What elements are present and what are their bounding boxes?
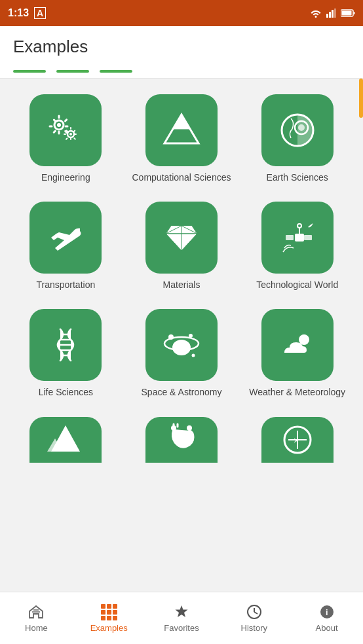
page-title: Examples — [13, 37, 350, 57]
food-icon-box: × — [261, 417, 334, 463]
globe-icon — [277, 109, 318, 151]
plane-icon — [45, 217, 86, 259]
svg-point-35 — [297, 224, 301, 228]
transportation-icon-box — [29, 202, 102, 274]
svg-line-61 — [254, 612, 258, 614]
space-astronomy-icon-box — [145, 309, 218, 381]
scrollbar[interactable] — [359, 79, 363, 118]
status-bar: 1:13 A — [0, 0, 363, 26]
status-right — [309, 9, 355, 18]
materials-icon-box — [145, 202, 218, 274]
svg-rect-6 — [354, 12, 355, 14]
computational-sciences-label: Computational Sciences — [132, 171, 231, 183]
grid-item-transportation[interactable]: Transportation — [10, 194, 121, 296]
svg-text:i: i — [326, 607, 328, 617]
technological-world-label: Technological World — [256, 279, 338, 291]
materials-label: Materials — [163, 279, 201, 291]
svg-point-44 — [189, 334, 193, 338]
nav-home[interactable]: Home — [0, 592, 73, 644]
svg-rect-33 — [304, 235, 312, 240]
svg-point-43 — [168, 334, 174, 340]
header: Examples — [0, 26, 363, 65]
cloud-icon — [277, 324, 318, 366]
life-sciences-icon-box — [29, 309, 102, 381]
grid-item-food[interactable]: × — [242, 409, 353, 473]
svg-rect-32 — [286, 235, 294, 240]
grid-item-weather-meteorology[interactable]: Weather & Meteorology — [242, 301, 353, 403]
grid-item-computational-sciences[interactable]: Computational Sciences — [126, 86, 237, 188]
clock-icon — [246, 603, 263, 620]
life-sciences-label: Life Sciences — [39, 386, 93, 398]
svg-point-8 — [57, 123, 61, 127]
scroll-dot-1 — [13, 70, 46, 73]
nav-favorites-label: Favorites — [164, 623, 199, 633]
scroll-dot-2 — [56, 70, 89, 73]
nav-home-label: Home — [25, 623, 48, 633]
status-left: 1:13 A — [8, 7, 46, 19]
nav-about[interactable]: i About — [290, 592, 363, 644]
earth-sciences-icon-box — [261, 94, 334, 166]
pyramid-icon — [161, 109, 202, 151]
a-icon: A — [34, 7, 46, 19]
engineering-label: Engineering — [41, 171, 90, 183]
grid-item-life-sciences[interactable]: Life Sciences — [10, 301, 121, 403]
svg-rect-3 — [334, 9, 336, 18]
nav-examples[interactable]: Examples — [73, 592, 145, 644]
diamond-icon — [161, 217, 202, 259]
svg-point-45 — [191, 354, 195, 357]
grid-item-earth-sciences[interactable]: Earth Sciences — [242, 86, 353, 188]
engineering-icon-box — [29, 94, 102, 166]
nav-history-label: History — [241, 623, 267, 633]
home-icon — [28, 603, 45, 620]
grid-item-engineering[interactable]: Engineering — [10, 86, 121, 188]
scroll-indicator — [0, 65, 363, 79]
earth-sciences-label: Earth Sciences — [267, 171, 328, 183]
grid-item-space-astronomy[interactable]: Space & Astronomy — [126, 301, 237, 403]
svg-rect-5 — [342, 11, 352, 16]
category-grid: Engineering Computational Sciences — [10, 86, 353, 473]
content-area: Engineering Computational Sciences — [0, 79, 363, 610]
nav-examples-label: Examples — [90, 623, 128, 633]
planet-icon — [161, 324, 202, 366]
svg-text:×: × — [294, 435, 299, 446]
svg-marker-58 — [175, 605, 187, 617]
grid-item-health[interactable] — [126, 409, 237, 473]
mountain-icon — [45, 419, 86, 461]
nav-about-label: About — [316, 623, 338, 633]
gears-icon — [45, 109, 86, 151]
svg-point-49 — [187, 425, 192, 431]
weather-meteorology-label: Weather & Meteorology — [249, 386, 345, 398]
transportation-label: Transportation — [36, 279, 95, 291]
svg-line-15 — [164, 129, 173, 143]
info-icon: i — [318, 603, 335, 620]
satellite-icon — [277, 217, 318, 259]
weather-meteorology-icon-box — [261, 309, 334, 381]
svg-point-21 — [298, 124, 305, 131]
scroll-dot-3 — [100, 70, 132, 73]
grid-item-materials[interactable]: Materials — [126, 194, 237, 296]
signal-icon — [326, 9, 337, 18]
nav-favorites[interactable]: Favorites — [145, 592, 218, 644]
svg-rect-31 — [295, 234, 304, 241]
nav-history[interactable]: History — [218, 592, 290, 644]
grid-item-mountains[interactable] — [10, 409, 121, 473]
dna-icon — [45, 324, 86, 366]
stethoscope-icon — [161, 419, 202, 461]
wifi-icon — [309, 9, 322, 18]
svg-rect-2 — [332, 10, 334, 18]
svg-point-41 — [172, 340, 191, 355]
svg-rect-0 — [326, 14, 328, 18]
mountains-icon-box — [29, 417, 102, 463]
computational-sciences-icon-box — [145, 94, 218, 166]
health-icon-box — [145, 417, 218, 463]
space-astronomy-label: Space & Astronomy — [142, 386, 222, 398]
time: 1:13 — [8, 7, 29, 19]
svg-point-10 — [69, 133, 72, 135]
bottom-nav: Home Examples Favorites History i About — [0, 592, 363, 644]
battery-icon — [341, 9, 355, 17]
grid-item-technological-world[interactable]: Technological World — [242, 194, 353, 296]
svg-rect-1 — [329, 12, 331, 18]
svg-line-16 — [190, 129, 199, 143]
examples-grid-icon — [101, 604, 117, 620]
food-icon: × — [277, 419, 318, 461]
